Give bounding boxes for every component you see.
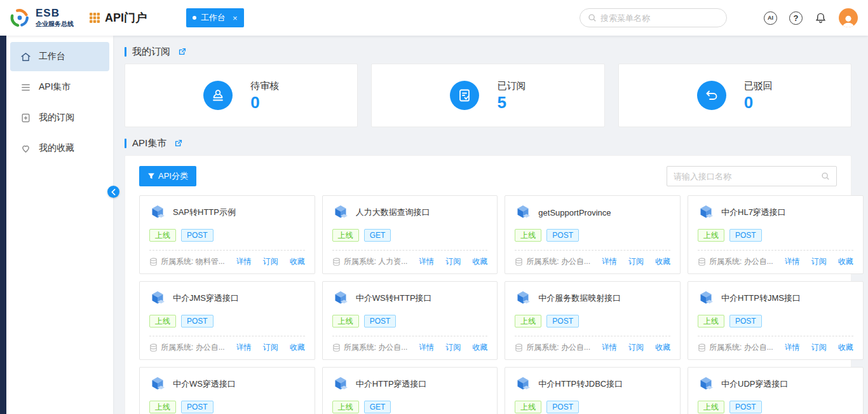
api-card-title[interactable]: 中介WS转HTTP接口	[356, 293, 432, 304]
api-market-panel: API分类 SAP转HTTP示例 上线 POST	[125, 155, 851, 414]
detail-link[interactable]: 详情	[602, 256, 617, 267]
subscribe-link[interactable]: 订阅	[263, 342, 278, 353]
api-category-button[interactable]: API分类	[139, 166, 196, 186]
api-card: getSupportProvince 上线 POST 所属系统: 办公自... …	[505, 195, 681, 274]
app-title: API门户	[105, 10, 147, 25]
subscribe-link[interactable]: 订阅	[628, 256, 644, 267]
api-card-title[interactable]: 中介HL7穿透接口	[721, 207, 786, 218]
favorite-link[interactable]: 收藏	[472, 256, 487, 267]
favorite-link[interactable]: 收藏	[655, 342, 670, 353]
system-text: 所属系统: 办公自...	[709, 342, 773, 353]
menu-search-input[interactable]	[600, 13, 719, 23]
export-icon[interactable]	[178, 47, 187, 56]
api-card-title[interactable]: SAP转HTTP示例	[173, 207, 236, 218]
favorite-link[interactable]: 收藏	[290, 342, 305, 353]
sidebar-item-my-subscription[interactable]: 我的订阅	[10, 103, 109, 132]
detail-link[interactable]: 详情	[419, 256, 434, 267]
system-text: 所属系统: 人力资...	[344, 256, 408, 267]
search-icon	[588, 13, 597, 22]
home-icon	[20, 52, 31, 62]
subscribe-link[interactable]: 订阅	[811, 256, 827, 267]
api-card-title[interactable]: 中介HTTP转JMS接口	[721, 293, 801, 304]
stat-text: 已驳回 0	[744, 80, 773, 111]
api-cube-icon	[332, 290, 349, 307]
method-tag: GET	[364, 401, 391, 413]
api-card-title[interactable]: 中介WS穿透接口	[173, 378, 236, 390]
api-card-head: 中介WS转HTTP接口	[332, 290, 488, 307]
sidebar-item-api-market[interactable]: API集市	[10, 72, 109, 102]
section-accent-bar	[125, 47, 126, 57]
api-search-input[interactable]	[674, 172, 817, 181]
sidebar-item-label: 我的收藏	[39, 142, 74, 154]
api-card-title[interactable]: getSupportProvince	[538, 208, 611, 217]
tab-active-dot	[193, 16, 196, 20]
detail-link[interactable]: 详情	[419, 342, 434, 353]
api-card-head: 中介UDP穿透接口	[698, 376, 853, 392]
detail-link[interactable]: 详情	[785, 256, 800, 267]
sidebar-item-label: 工作台	[39, 51, 65, 62]
database-icon	[149, 343, 158, 352]
tag-row: 上线 POST	[149, 229, 305, 242]
stats-row: 待审核 0 已订阅 5	[125, 64, 851, 127]
favorite-link[interactable]: 收藏	[472, 342, 487, 353]
subscribe-link[interactable]: 订阅	[811, 342, 827, 353]
favorite-link[interactable]: 收藏	[655, 256, 670, 267]
favorite-link[interactable]: 收藏	[838, 256, 853, 267]
api-cube-icon	[332, 376, 349, 392]
sidebar: 工作台 API集市 我的订阅 我的收藏	[6, 36, 113, 414]
top-header: ESB 企业服务总线 API门户 工作台 × AI ?	[0, 0, 868, 36]
database-icon	[515, 343, 523, 352]
sidebar-item-my-favorites[interactable]: 我的收藏	[10, 134, 109, 163]
help-icon[interactable]: ?	[789, 11, 803, 25]
ai-icon[interactable]: AI	[764, 11, 777, 25]
tab-close-icon[interactable]: ×	[233, 13, 238, 23]
menu-search[interactable]	[580, 8, 727, 27]
section-header-my-subscription: 我的订阅	[125, 45, 851, 59]
subscribe-link[interactable]: 订阅	[628, 342, 644, 353]
method-tag: POST	[546, 229, 579, 242]
system-text: 所属系统: 办公自...	[709, 256, 773, 267]
sidebar-collapse-button[interactable]	[107, 186, 119, 198]
database-icon	[332, 258, 341, 266]
api-card-title[interactable]: 中介HTTP穿透接口	[356, 378, 427, 390]
api-card-title[interactable]: 中介服务数据映射接口	[538, 293, 621, 304]
status-tag: 上线	[515, 401, 541, 413]
subscribe-link[interactable]: 订阅	[445, 342, 461, 353]
bell-icon[interactable]	[815, 12, 827, 24]
api-search[interactable]	[667, 166, 837, 186]
favorite-link[interactable]: 收藏	[290, 256, 305, 267]
method-tag: POST	[181, 401, 214, 413]
sidebar-item-workbench[interactable]: 工作台	[10, 42, 109, 71]
avatar[interactable]	[839, 8, 858, 27]
api-card-title[interactable]: 人力大数据查询接口	[356, 207, 430, 218]
card-footer: 所属系统: 办公自... 详情 订阅 收藏	[515, 336, 670, 353]
subscribe-link[interactable]: 订阅	[445, 256, 461, 267]
api-card-title[interactable]: 中介JMS穿透接口	[173, 293, 239, 304]
status-tag: 上线	[515, 315, 541, 328]
detail-link[interactable]: 详情	[602, 342, 617, 353]
api-card-title[interactable]: 中介UDP穿透接口	[721, 378, 788, 390]
export-icon[interactable]	[174, 139, 183, 148]
subscribe-link[interactable]: 订阅	[263, 256, 278, 267]
section-title: 我的订阅	[132, 46, 170, 58]
section-title: API集市	[132, 137, 166, 149]
detail-link[interactable]: 详情	[236, 256, 252, 267]
status-tag: 上线	[149, 315, 176, 328]
stat-label: 已驳回	[744, 80, 773, 92]
tag-row: 上线 POST	[332, 315, 488, 328]
sidebar-item-label: 我的订阅	[39, 112, 74, 123]
api-card-title[interactable]: 中介HTTP转JDBC接口	[538, 378, 623, 390]
card-footer: 所属系统: 办公自... 详情 订阅 收藏	[332, 336, 488, 353]
database-icon	[515, 258, 523, 266]
api-card: 中介HTTP穿透接口 上线 GET	[322, 367, 498, 414]
tag-row: 上线 POST	[515, 229, 670, 242]
database-icon	[332, 343, 341, 352]
tab-workbench[interactable]: 工作台 ×	[186, 8, 244, 27]
detail-link[interactable]: 详情	[236, 342, 252, 353]
tag-row: 上线 POST	[698, 315, 853, 328]
detail-link[interactable]: 详情	[785, 342, 800, 353]
api-card-head: 中介服务数据映射接口	[515, 290, 670, 307]
favorite-link[interactable]: 收藏	[838, 342, 853, 353]
grid-icon	[89, 12, 100, 24]
api-card: 中介WS穿透接口 上线 POST	[139, 367, 315, 414]
